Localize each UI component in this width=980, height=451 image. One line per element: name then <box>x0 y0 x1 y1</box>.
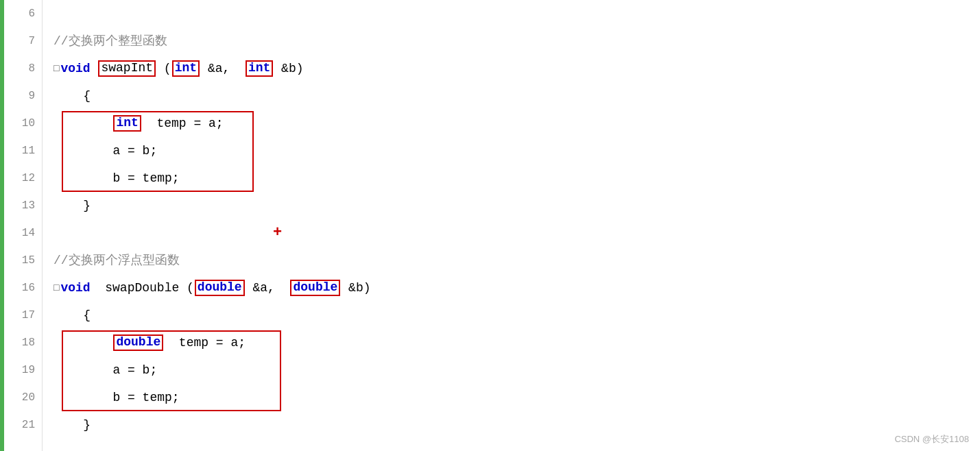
block-wrapper-int: int temp = a; a = b; b = temp; <box>53 110 980 192</box>
keyword-void-8: void <box>60 55 90 82</box>
code-line-16: □void swapDouble (double &a, double &b) <box>53 274 980 302</box>
line-num-7: 7 <box>28 27 35 55</box>
indent-9: { <box>53 82 91 110</box>
highlighted-double-16b: double <box>290 280 340 296</box>
code-swapdouble: swapDouble ( <box>105 274 194 302</box>
keyword-void-16: void <box>60 274 90 302</box>
highlighted-double-18: double <box>113 334 163 351</box>
comment-swap-int: //交换两个整型函数 <box>53 27 167 55</box>
code-18-rest: temp = a; <box>164 329 246 356</box>
keyword-double-16a: double <box>198 280 242 294</box>
code-19: a = b; <box>53 356 157 384</box>
code-line-9: { <box>53 82 980 110</box>
block-wrapper-double: double temp = a; a = b; b = temp; <box>53 329 980 411</box>
code-line-21: } <box>53 411 980 439</box>
highlighted-swapint: swapInt <box>98 60 156 77</box>
code-line-6 <box>53 0 980 27</box>
line-num-16: 16 <box>22 274 35 302</box>
code-line-12: b = temp; <box>53 164 980 192</box>
space-8b: ( <box>156 55 171 82</box>
plus-icon: + <box>273 219 282 247</box>
code-line-20: b = temp; <box>53 384 980 411</box>
line-numbers: 6 7 8 9 10 11 12 13 14 15 16 17 18 19 20… <box>4 0 43 451</box>
fold-icon-8: □ <box>53 55 59 82</box>
comment-swap-double: //交换两个浮点型函数 <box>53 247 180 274</box>
space-16a <box>91 274 106 302</box>
line-num-17: 17 <box>22 302 35 329</box>
line-num-14: 14 <box>22 219 35 247</box>
line-num-11: 11 <box>22 137 35 164</box>
code-line-8: □void swapInt (int &a, int &b) <box>53 55 980 82</box>
fold-icon-16: □ <box>53 274 59 302</box>
line-num-19: 19 <box>22 356 35 384</box>
code-10-rest: temp = a; <box>142 110 224 137</box>
keyword-int-8a: int <box>175 61 197 75</box>
space-16c: &b) <box>341 274 370 302</box>
code-line-18: double temp = a; <box>53 329 980 356</box>
line-num-10: 10 <box>22 110 35 137</box>
space-16b: &a, <box>246 274 290 302</box>
indent-21: } <box>53 411 91 439</box>
space-8c: &a, <box>200 55 245 82</box>
indent-17: { <box>53 302 91 329</box>
code-line-15: //交换两个浮点型函数 <box>53 247 980 274</box>
line-num-13: 13 <box>22 192 35 219</box>
line-num-8: 8 <box>28 55 35 82</box>
highlighted-int-10: int <box>113 115 141 132</box>
code-line-10: int temp = a; <box>53 110 980 137</box>
indent-13: } <box>53 192 91 219</box>
space-8d: &b) <box>274 55 303 82</box>
code-line-14: + <box>53 219 980 247</box>
code-line-13: } <box>53 192 980 219</box>
keyword-double-18: double <box>116 335 160 349</box>
code-line-17: { <box>53 302 980 329</box>
line-num-21: 21 <box>22 411 35 439</box>
code-12: b = temp; <box>53 164 180 192</box>
line-num-12: 12 <box>22 164 35 192</box>
line-num-15: 15 <box>22 247 35 274</box>
csdn-watermark: CSDN @长安1108 <box>894 433 969 446</box>
highlighted-double-16a: double <box>195 280 245 296</box>
keyword-double-16b: double <box>293 280 337 294</box>
line-num-6: 6 <box>28 0 35 27</box>
code-editor: 6 7 8 9 10 11 12 13 14 15 16 17 18 19 20… <box>0 0 980 451</box>
keyword-int-8b: int <box>248 61 270 75</box>
line-num-9: 9 <box>28 82 35 110</box>
keyword-int-10: int <box>116 116 138 130</box>
indent-18 <box>53 329 112 356</box>
code-20: b = temp; <box>53 384 180 411</box>
highlighted-int-8b: int <box>246 60 273 77</box>
code-line-19: a = b; <box>53 356 980 384</box>
line-num-18: 18 <box>22 329 35 356</box>
code-line-11: a = b; <box>53 137 980 164</box>
indent-10 <box>53 110 112 137</box>
space-8a <box>91 55 98 82</box>
code-11: a = b; <box>53 137 157 164</box>
code-line-7: //交换两个整型函数 <box>53 27 980 55</box>
code-area: //交换两个整型函数 □void swapInt (int &a, int &b… <box>43 0 980 451</box>
line-num-20: 20 <box>22 384 35 411</box>
highlighted-int-8a: int <box>172 60 200 77</box>
